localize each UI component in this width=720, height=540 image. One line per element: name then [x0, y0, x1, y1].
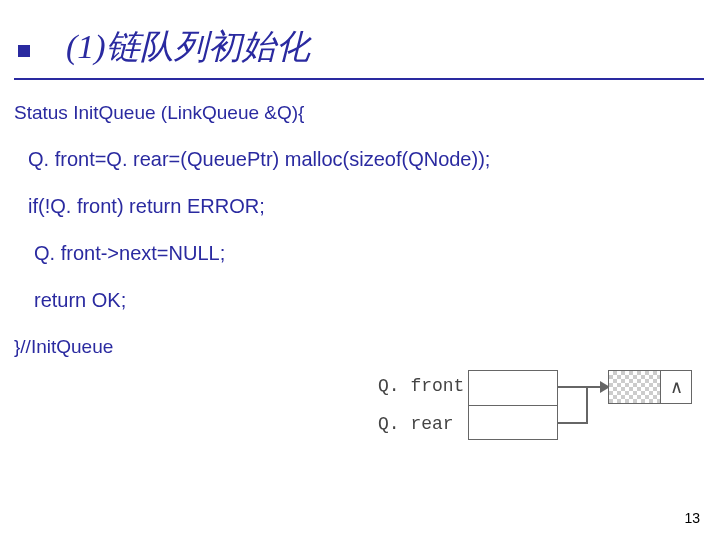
slide-title: (1)链队列初始化	[66, 24, 310, 70]
code-line-3: Q. front->next=NULL;	[34, 242, 706, 265]
diagram-node-next: ∧	[661, 371, 691, 403]
code-line-4: return OK;	[34, 289, 706, 312]
diagram-queue-struct	[468, 370, 558, 440]
code-line-2: if(!Q. front) return ERROR;	[28, 195, 706, 218]
code-closing: }//InitQueue	[14, 336, 706, 358]
diagram-node: ∧	[608, 370, 692, 404]
diagram-arrow-rear	[558, 422, 588, 424]
title-underline	[14, 78, 704, 80]
diagram-label-rear: Q. rear	[378, 414, 454, 434]
page-number: 13	[684, 510, 700, 526]
queue-diagram: Q. front Q. rear ∧	[378, 370, 708, 460]
code-signature: Status InitQueue (LinkQueue &Q){	[14, 102, 706, 124]
diagram-label-front: Q. front	[378, 376, 464, 396]
code-line-1: Q. front=Q. rear=(QueuePtr) malloc(sizeo…	[28, 148, 706, 171]
title-bullet	[18, 45, 30, 57]
diagram-node-data	[609, 371, 661, 403]
